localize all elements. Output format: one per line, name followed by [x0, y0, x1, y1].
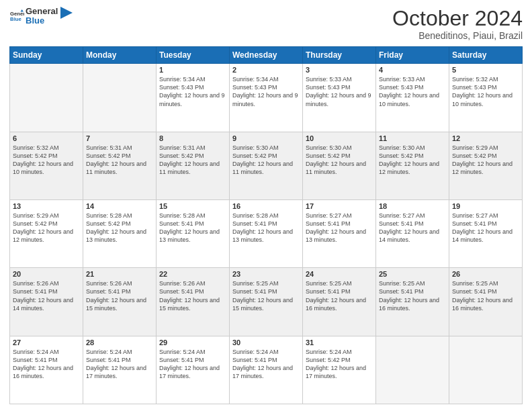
day-number: 14 [86, 202, 153, 210]
day-number: 19 [452, 202, 519, 210]
day-detail: Sunrise: 5:29 AMSunset: 5:42 PMDaylight:… [452, 144, 519, 177]
weekday-header: Friday [376, 47, 449, 64]
day-detail: Sunrise: 5:25 AMSunset: 5:41 PMDaylight:… [232, 279, 300, 312]
day-detail: Sunrise: 5:30 AMSunset: 5:42 PMDaylight:… [379, 144, 446, 177]
calendar-day-cell: 18Sunrise: 5:27 AMSunset: 5:41 PMDayligh… [376, 199, 449, 267]
calendar-day-cell: 22Sunrise: 5:26 AMSunset: 5:41 PMDayligh… [157, 268, 230, 336]
svg-text:Blue: Blue [10, 16, 21, 22]
day-number: 12 [452, 134, 519, 142]
day-number: 2 [232, 66, 300, 74]
calendar-day-cell: 20Sunrise: 5:26 AMSunset: 5:41 PMDayligh… [10, 268, 83, 336]
day-detail: Sunrise: 5:25 AMSunset: 5:41 PMDaylight:… [306, 279, 373, 312]
day-detail: Sunrise: 5:31 AMSunset: 5:42 PMDaylight:… [159, 144, 226, 177]
calendar-day-cell: 2Sunrise: 5:34 AMSunset: 5:43 PMDaylight… [230, 64, 303, 132]
calendar-day-cell [83, 64, 157, 132]
calendar-day-cell: 15Sunrise: 5:28 AMSunset: 5:41 PMDayligh… [157, 199, 230, 267]
day-number: 18 [379, 202, 446, 210]
day-number: 3 [306, 66, 373, 74]
day-number: 6 [13, 134, 80, 142]
day-number: 8 [159, 134, 226, 142]
day-detail: Sunrise: 5:28 AMSunset: 5:42 PMDaylight:… [86, 212, 153, 244]
calendar-day-cell: 31Sunrise: 5:24 AMSunset: 5:42 PMDayligh… [303, 336, 376, 404]
day-detail: Sunrise: 5:33 AMSunset: 5:43 PMDaylight:… [306, 75, 373, 108]
calendar-day-cell: 8Sunrise: 5:31 AMSunset: 5:42 PMDaylight… [157, 132, 230, 199]
calendar-day-cell: 17Sunrise: 5:27 AMSunset: 5:41 PMDayligh… [303, 199, 376, 267]
calendar-week-row: 1Sunrise: 5:34 AMSunset: 5:43 PMDaylight… [10, 64, 523, 132]
day-detail: Sunrise: 5:28 AMSunset: 5:41 PMDaylight:… [232, 212, 300, 244]
weekday-header: Monday [83, 47, 157, 64]
day-number: 17 [306, 202, 373, 210]
svg-marker-3 [60, 7, 73, 19]
calendar-day-cell: 10Sunrise: 5:30 AMSunset: 5:42 PMDayligh… [303, 132, 376, 199]
day-number: 4 [379, 66, 446, 74]
day-number: 21 [86, 270, 153, 278]
calendar-day-cell: 30Sunrise: 5:24 AMSunset: 5:41 PMDayligh… [230, 336, 303, 404]
weekday-header: Wednesday [230, 47, 303, 64]
day-detail: Sunrise: 5:34 AMSunset: 5:43 PMDaylight:… [232, 75, 300, 108]
day-detail: Sunrise: 5:32 AMSunset: 5:42 PMDaylight:… [13, 144, 80, 177]
logo-line2: Blue [26, 16, 58, 26]
day-detail: Sunrise: 5:24 AMSunset: 5:41 PMDaylight:… [13, 348, 80, 381]
day-number: 9 [232, 134, 300, 142]
calendar-day-cell [10, 64, 83, 132]
day-detail: Sunrise: 5:33 AMSunset: 5:43 PMDaylight:… [379, 75, 446, 108]
location-subtitle: Beneditinos, Piaui, Brazil [392, 30, 523, 41]
month-title: October 2024 [392, 7, 523, 30]
day-number: 23 [232, 270, 300, 278]
calendar-day-cell: 6Sunrise: 5:32 AMSunset: 5:42 PMDaylight… [10, 132, 83, 199]
calendar-day-cell: 28Sunrise: 5:24 AMSunset: 5:41 PMDayligh… [83, 336, 157, 404]
day-number: 13 [13, 202, 80, 210]
day-number: 15 [159, 202, 226, 210]
day-detail: Sunrise: 5:24 AMSunset: 5:41 PMDaylight:… [232, 348, 300, 381]
day-number: 28 [86, 338, 153, 347]
calendar-day-cell: 29Sunrise: 5:24 AMSunset: 5:41 PMDayligh… [157, 336, 230, 404]
day-number: 7 [86, 134, 153, 142]
day-number: 27 [13, 338, 80, 347]
calendar-week-row: 20Sunrise: 5:26 AMSunset: 5:41 PMDayligh… [10, 268, 523, 336]
calendar-day-cell [449, 336, 523, 404]
calendar-week-row: 6Sunrise: 5:32 AMSunset: 5:42 PMDaylight… [10, 132, 523, 199]
calendar-day-cell: 25Sunrise: 5:25 AMSunset: 5:41 PMDayligh… [376, 268, 449, 336]
day-number: 24 [306, 270, 373, 278]
day-detail: Sunrise: 5:27 AMSunset: 5:41 PMDaylight:… [452, 212, 519, 244]
day-detail: Sunrise: 5:24 AMSunset: 5:42 PMDaylight:… [306, 348, 373, 381]
calendar-day-cell: 13Sunrise: 5:29 AMSunset: 5:42 PMDayligh… [10, 199, 83, 267]
day-detail: Sunrise: 5:31 AMSunset: 5:42 PMDaylight:… [86, 144, 153, 177]
calendar-page: General Blue General Blue October 2024 B… [0, 0, 532, 411]
calendar-day-cell: 21Sunrise: 5:26 AMSunset: 5:41 PMDayligh… [83, 268, 157, 336]
calendar-day-cell: 27Sunrise: 5:24 AMSunset: 5:41 PMDayligh… [10, 336, 83, 404]
day-detail: Sunrise: 5:27 AMSunset: 5:41 PMDaylight:… [306, 212, 373, 244]
day-number: 10 [306, 134, 373, 142]
day-number: 26 [452, 270, 519, 278]
day-detail: Sunrise: 5:34 AMSunset: 5:43 PMDaylight:… [159, 75, 226, 108]
weekday-header: Thursday [303, 47, 376, 64]
day-number: 16 [232, 202, 300, 210]
calendar-day-cell: 16Sunrise: 5:28 AMSunset: 5:41 PMDayligh… [230, 199, 303, 267]
day-detail: Sunrise: 5:25 AMSunset: 5:41 PMDaylight:… [379, 279, 446, 312]
calendar-day-cell: 4Sunrise: 5:33 AMSunset: 5:43 PMDaylight… [376, 64, 449, 132]
day-detail: Sunrise: 5:30 AMSunset: 5:42 PMDaylight:… [232, 144, 300, 177]
day-number: 22 [159, 270, 226, 278]
day-detail: Sunrise: 5:29 AMSunset: 5:42 PMDaylight:… [13, 212, 80, 244]
calendar-day-cell: 14Sunrise: 5:28 AMSunset: 5:42 PMDayligh… [83, 199, 157, 267]
calendar-header-row: SundayMondayTuesdayWednesdayThursdayFrid… [10, 47, 523, 64]
logo-line1: General [26, 7, 58, 16]
logo: General Blue General Blue [9, 7, 73, 26]
weekday-header: Saturday [449, 47, 523, 64]
day-number: 29 [159, 338, 226, 347]
day-detail: Sunrise: 5:32 AMSunset: 5:43 PMDaylight:… [452, 75, 519, 108]
calendar-day-cell [376, 336, 449, 404]
day-number: 20 [13, 270, 80, 278]
calendar-day-cell: 5Sunrise: 5:32 AMSunset: 5:43 PMDaylight… [449, 64, 523, 132]
calendar-table: SundayMondayTuesdayWednesdayThursdayFrid… [9, 46, 523, 404]
logo-arrow-icon [60, 7, 73, 19]
day-detail: Sunrise: 5:28 AMSunset: 5:41 PMDaylight:… [159, 212, 226, 244]
calendar-day-cell: 26Sunrise: 5:25 AMSunset: 5:41 PMDayligh… [449, 268, 523, 336]
weekday-header: Tuesday [157, 47, 230, 64]
day-detail: Sunrise: 5:26 AMSunset: 5:41 PMDaylight:… [86, 279, 153, 312]
day-detail: Sunrise: 5:26 AMSunset: 5:41 PMDaylight:… [159, 279, 226, 312]
calendar-day-cell: 9Sunrise: 5:30 AMSunset: 5:42 PMDaylight… [230, 132, 303, 199]
day-number: 31 [306, 338, 373, 347]
calendar-week-row: 13Sunrise: 5:29 AMSunset: 5:42 PMDayligh… [10, 199, 523, 267]
day-number: 1 [159, 66, 226, 74]
